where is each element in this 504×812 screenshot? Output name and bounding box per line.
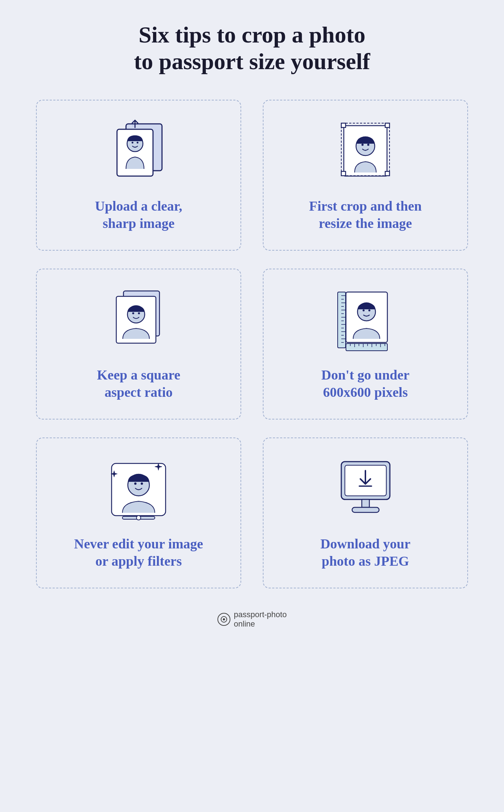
download-label: Download your photo as JPEG [320, 535, 410, 570]
crop-resize-icon-area [329, 115, 401, 187]
card-upload: Upload a clear, sharp image [36, 100, 241, 251]
aspect-ratio-icon-area [103, 284, 175, 356]
brand-logo-icon [217, 613, 230, 626]
page-title: Six tips to crop a photo to passport siz… [134, 22, 370, 75]
svg-rect-9 [385, 171, 390, 176]
svg-point-53 [136, 516, 141, 520]
no-filters-icon-area [103, 453, 175, 525]
download-icon-area [329, 453, 401, 525]
svg-point-4 [137, 142, 139, 144]
footer: passport-photo online [217, 610, 287, 629]
svg-rect-8 [341, 171, 346, 176]
tips-grid: Upload a clear, sharp image [36, 100, 468, 588]
svg-rect-7 [385, 123, 390, 127]
card-no-filters: Never edit your image or apply filters [36, 438, 241, 588]
card-pixels: Don't go under 600x600 pixels [263, 269, 468, 420]
brand-name: passport-photo online [234, 610, 287, 629]
svg-rect-6 [341, 123, 346, 127]
upload-icon-area [103, 115, 175, 187]
card-aspect-ratio: Keep a square aspect ratio [36, 269, 241, 420]
pixels-icon-area [329, 284, 401, 356]
svg-point-17 [132, 312, 134, 314]
aspect-ratio-label: Keep a square aspect ratio [97, 367, 180, 401]
svg-point-13 [367, 144, 369, 146]
svg-rect-19 [338, 292, 346, 348]
svg-rect-58 [352, 507, 379, 512]
card-download: Download your photo as JPEG [263, 438, 468, 588]
pixels-label: Don't go under 600x600 pixels [321, 367, 410, 401]
svg-point-12 [361, 144, 364, 146]
svg-rect-38 [346, 344, 387, 351]
svg-point-18 [138, 312, 140, 314]
upload-label: Upload a clear, sharp image [95, 198, 182, 232]
svg-point-50 [134, 483, 136, 485]
svg-point-3 [132, 142, 134, 144]
svg-point-61 [223, 618, 225, 620]
svg-rect-57 [362, 499, 369, 507]
crop-resize-label: First crop and then resize the image [309, 198, 422, 232]
svg-point-37 [368, 309, 370, 311]
card-crop-resize: First crop and then resize the image [263, 100, 468, 251]
svg-point-36 [363, 309, 365, 311]
no-filters-label: Never edit your image or apply filters [74, 535, 203, 570]
svg-point-51 [141, 483, 143, 485]
